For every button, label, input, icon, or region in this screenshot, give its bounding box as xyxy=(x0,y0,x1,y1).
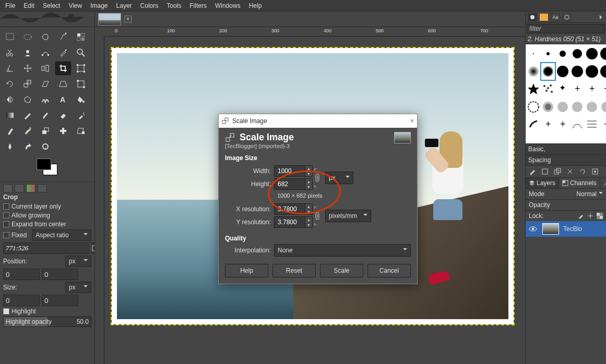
tool-options-tab[interactable] xyxy=(3,184,13,192)
pencil-tool[interactable] xyxy=(20,108,35,122)
paintbrush-tool[interactable] xyxy=(38,108,53,122)
menu-file[interactable]: File xyxy=(1,1,19,10)
shear-tool[interactable] xyxy=(38,77,53,91)
menu-colors[interactable]: Colors xyxy=(136,1,163,10)
menu-view[interactable]: View xyxy=(64,1,86,10)
rotate-tool[interactable] xyxy=(2,77,18,91)
patterns-tab[interactable] xyxy=(539,13,549,21)
color-swatches[interactable] xyxy=(2,155,92,179)
panel-menu-icon[interactable] xyxy=(599,14,604,21)
yres-input[interactable]: ▲▼ xyxy=(274,216,313,228)
move-tool[interactable] xyxy=(20,62,35,75)
lock-alpha-icon[interactable] xyxy=(597,213,603,219)
perspective-tool[interactable] xyxy=(55,77,71,91)
brushes-tab[interactable] xyxy=(528,13,537,21)
airbrush-tool[interactable] xyxy=(73,108,89,122)
fixed-mode-select[interactable]: Aspect ratio xyxy=(32,229,91,241)
scale-tool[interactable] xyxy=(20,77,35,91)
fonts-tab[interactable]: Aa xyxy=(551,13,560,21)
foreground-select-tool[interactable] xyxy=(20,46,35,59)
xres-input[interactable]: ▲▼ xyxy=(274,203,313,215)
align-tool[interactable] xyxy=(38,62,53,75)
handle-transform-tool[interactable] xyxy=(73,77,89,91)
eye-icon[interactable] xyxy=(529,226,538,232)
brush-filter-input[interactable]: filter xyxy=(527,24,605,33)
highlight-checkbox[interactable]: ✕ xyxy=(3,308,9,314)
interpolation-select[interactable]: None xyxy=(274,244,411,257)
menu-windows[interactable]: Windows xyxy=(211,1,245,10)
images-tab[interactable] xyxy=(38,184,47,192)
color-picker-tool[interactable] xyxy=(55,46,71,59)
channels-tab[interactable]: Channels xyxy=(559,178,600,188)
dialog-close-button[interactable]: × xyxy=(410,117,414,125)
help-button[interactable]: Help xyxy=(225,264,268,277)
by-color-select-tool[interactable] xyxy=(73,30,89,44)
cancel-button[interactable]: Cancel xyxy=(367,264,411,277)
refresh-brush-icon[interactable] xyxy=(579,168,586,175)
flip-tool[interactable] xyxy=(2,93,18,106)
reset-button[interactable]: Reset xyxy=(272,264,316,277)
width-input[interactable]: ▲▼ xyxy=(274,165,313,177)
open-as-image-icon[interactable] xyxy=(591,168,599,175)
portrait-button[interactable] xyxy=(91,242,94,254)
gradient-tool[interactable] xyxy=(2,108,18,122)
fixed-checkbox[interactable] xyxy=(3,232,9,238)
mypaint-brush-tool[interactable] xyxy=(20,124,35,138)
smudge-tool[interactable] xyxy=(20,140,35,153)
menu-edit[interactable]: Edit xyxy=(19,1,39,10)
allow-growing-checkbox[interactable] xyxy=(3,212,9,219)
expand-center-checkbox[interactable] xyxy=(3,221,9,227)
device-status-tab[interactable] xyxy=(15,184,24,192)
vertical-ruler[interactable] xyxy=(95,37,104,364)
link-resolution-icon[interactable] xyxy=(313,205,322,226)
warp-tool[interactable] xyxy=(38,93,53,106)
highlight-opacity-slider[interactable]: Highlight opacity 50.0 xyxy=(3,317,91,327)
position-y-input[interactable] xyxy=(42,269,78,280)
layer-mode-row[interactable]: Mode Normal xyxy=(526,188,606,199)
new-brush-icon[interactable] xyxy=(541,168,549,175)
link-dimensions-icon[interactable] xyxy=(313,167,322,188)
position-unit-select[interactable]: px xyxy=(65,256,91,267)
menu-help[interactable]: Help xyxy=(245,1,266,10)
perspective-clone-tool[interactable] xyxy=(73,124,89,138)
position-x-input[interactable] xyxy=(3,269,40,280)
menu-select[interactable]: Select xyxy=(39,1,64,10)
menu-layer[interactable]: Layer xyxy=(112,1,136,10)
menu-image[interactable]: Image xyxy=(86,1,112,10)
rect-select-tool[interactable] xyxy=(2,30,18,44)
cage-tool[interactable] xyxy=(20,93,35,106)
brush-spacing-label[interactable]: Spacing xyxy=(526,154,606,165)
size-y-input[interactable] xyxy=(42,295,78,306)
scissors-tool[interactable] xyxy=(2,46,18,59)
size-unit-select[interactable]: px xyxy=(65,282,91,293)
measure-tool[interactable] xyxy=(2,62,18,75)
heal-tool[interactable] xyxy=(55,124,71,138)
lock-pixels-icon[interactable] xyxy=(578,213,584,219)
edit-brush-icon[interactable] xyxy=(529,168,536,175)
menu-tools[interactable]: Tools xyxy=(162,1,185,10)
duplicate-brush-icon[interactable] xyxy=(554,168,561,175)
close-tab-button[interactable]: × xyxy=(124,16,132,23)
zoom-tool[interactable] xyxy=(73,46,89,59)
blur-tool[interactable] xyxy=(2,140,18,153)
layer-opacity-row[interactable]: Opacity xyxy=(526,199,606,210)
ink-tool[interactable] xyxy=(2,124,18,138)
free-select-tool[interactable] xyxy=(38,30,53,44)
fg-color-swatch[interactable] xyxy=(37,159,51,170)
aspect-ratio-input[interactable] xyxy=(3,242,89,254)
ellipse-select-tool[interactable] xyxy=(20,30,35,44)
text-tool[interactable]: A xyxy=(55,93,71,106)
crop-tool[interactable] xyxy=(55,62,71,75)
height-input[interactable]: ▲▼ xyxy=(274,178,313,190)
undo-history-tab[interactable] xyxy=(26,184,35,192)
size-unit-select[interactable]: px xyxy=(325,172,353,184)
size-x-input[interactable] xyxy=(3,295,40,306)
resolution-unit-select[interactable]: pixels/mm xyxy=(325,210,371,222)
layers-tab[interactable]: Layers xyxy=(526,178,559,188)
paths-tab[interactable]: Path xyxy=(600,178,606,188)
document-history-tab[interactable] xyxy=(562,13,572,21)
brush-grid[interactable]: ✦ + + + + + + xyxy=(526,44,606,143)
delete-brush-icon[interactable] xyxy=(566,168,574,175)
fuzzy-select-tool[interactable] xyxy=(55,30,71,44)
eraser-tool[interactable] xyxy=(55,108,71,122)
